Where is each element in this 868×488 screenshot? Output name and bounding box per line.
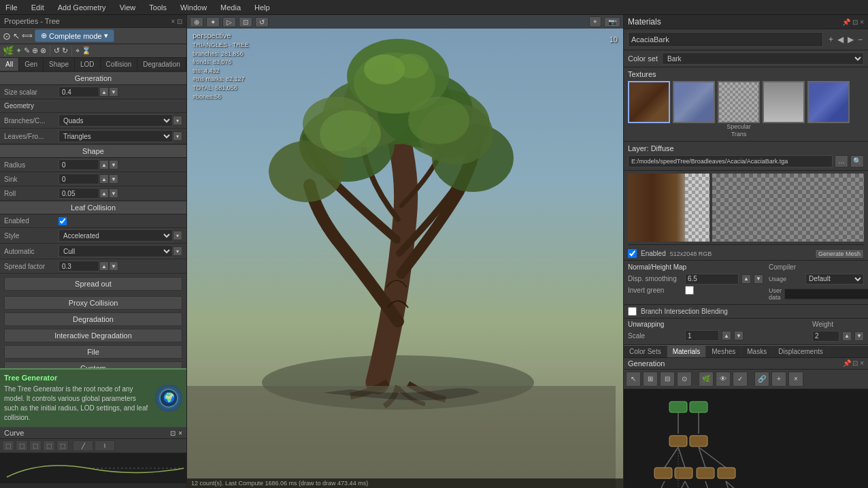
size-scalar-input[interactable] bbox=[59, 86, 99, 97]
spread-out-button[interactable]: Spread out bbox=[4, 277, 182, 291]
texture-thumb-2[interactable] bbox=[673, 81, 715, 123]
curve-draw-btn-2[interactable]: ⌇ bbox=[95, 440, 115, 451]
viewport-btn-3[interactable]: ▷ bbox=[222, 17, 236, 27]
file-path-input[interactable] bbox=[628, 155, 833, 167]
weight-down[interactable]: ▼ bbox=[854, 331, 864, 341]
gen-btn-2[interactable]: ⊞ bbox=[643, 372, 658, 387]
tab-lod[interactable]: LOD bbox=[75, 58, 101, 71]
user-data-input[interactable] bbox=[784, 289, 868, 299]
tab-all[interactable]: All bbox=[0, 58, 19, 71]
gen-btn-cursor[interactable]: ↖ bbox=[626, 372, 641, 387]
disp-smoothing-input[interactable] bbox=[685, 274, 739, 284]
gen-btn-link[interactable]: 🔗 bbox=[754, 372, 769, 387]
radius-up[interactable]: ▲ bbox=[99, 160, 109, 169]
color-set-select[interactable]: Bark Leaf bbox=[662, 52, 864, 65]
roll-input[interactable] bbox=[59, 188, 99, 199]
branches-c-select[interactable]: Quads Triangles bbox=[59, 114, 173, 127]
gen-btn-3[interactable]: ⊟ bbox=[660, 372, 675, 387]
roll-down[interactable]: ▼ bbox=[109, 189, 118, 198]
leaf-collision-header[interactable]: Leaf Collision bbox=[0, 201, 186, 214]
degradation-button[interactable]: Degradation bbox=[4, 312, 182, 326]
materials-close-icon[interactable]: × bbox=[860, 18, 864, 26]
tab-shape[interactable]: Shape bbox=[44, 58, 75, 71]
tab-meshes[interactable]: Meshes bbox=[706, 346, 741, 357]
tab-degradation[interactable]: Degradation bbox=[137, 58, 186, 71]
viewport-btn-6[interactable]: ⌖ bbox=[589, 16, 601, 27]
leaves-fro-expand[interactable]: ▾ bbox=[173, 131, 182, 141]
viewport-btn-2[interactable]: ✦ bbox=[206, 17, 220, 27]
file-browse-btn[interactable]: … bbox=[835, 155, 848, 167]
material-prev-btn[interactable]: ◀ bbox=[836, 33, 845, 46]
spread-factor-down[interactable]: ▼ bbox=[109, 261, 118, 271]
invert-green-checkbox[interactable] bbox=[685, 286, 694, 295]
tab-masks[interactable]: Masks bbox=[741, 346, 773, 357]
menu-item-tools[interactable]: Tools bbox=[146, 2, 169, 13]
enabled-checkbox-materials[interactable] bbox=[628, 249, 637, 258]
sink-up[interactable]: ▲ bbox=[99, 174, 109, 184]
style-select[interactable]: Accelerated Normal bbox=[59, 229, 173, 242]
materials-pin-icon[interactable]: 📌 bbox=[842, 18, 850, 26]
menu-item-media[interactable]: Media bbox=[218, 2, 244, 13]
scale-up[interactable]: ▲ bbox=[722, 331, 731, 340]
usage-select[interactable]: Default bbox=[805, 274, 864, 284]
menu-item-edit[interactable]: Edit bbox=[29, 2, 47, 13]
automatic-expand[interactable]: ▾ bbox=[173, 246, 182, 256]
texture-thumb-3[interactable] bbox=[718, 81, 760, 123]
curve-btn-4[interactable]: ⬚ bbox=[43, 440, 55, 451]
automatic-select[interactable]: Cull None bbox=[59, 245, 173, 257]
curve-btn-1[interactable]: ⬚ bbox=[2, 440, 14, 451]
material-add-btn[interactable]: + bbox=[827, 33, 835, 46]
leaves-fro-select[interactable]: Triangles Quads bbox=[59, 130, 173, 142]
scale-down[interactable]: ▼ bbox=[734, 331, 744, 340]
enabled-checkbox[interactable] bbox=[59, 217, 67, 225]
file-button[interactable]: File bbox=[4, 345, 182, 359]
style-expand[interactable]: ▾ bbox=[173, 231, 182, 240]
proxy-collision-button[interactable]: Proxy Collision bbox=[4, 296, 182, 310]
branch-checkbox[interactable] bbox=[628, 307, 637, 316]
curve-btn-2[interactable]: ⬚ bbox=[16, 440, 28, 451]
gen-btn-sphere[interactable]: ⊙ bbox=[677, 372, 692, 387]
interactive-degradation-button[interactable]: Interactive Degradation bbox=[4, 329, 182, 342]
shape-section-header[interactable]: Shape bbox=[0, 144, 186, 158]
curve-expand-icon[interactable]: ⊡ bbox=[170, 429, 176, 437]
materials-expand-icon[interactable]: ⊡ bbox=[852, 18, 858, 26]
menu-item-window[interactable]: Window bbox=[178, 2, 210, 13]
material-name-input[interactable] bbox=[628, 32, 823, 47]
size-scalar-up[interactable]: ▲ bbox=[99, 87, 109, 97]
viewport-btn-1[interactable]: ⊕ bbox=[190, 17, 203, 27]
menu-item-help[interactable]: Help bbox=[252, 2, 273, 13]
menu-item-add-geometry[interactable]: Add Geometry bbox=[55, 2, 109, 13]
tab-gen[interactable]: Gen bbox=[19, 58, 44, 71]
texture-thumb-5[interactable] bbox=[807, 81, 850, 123]
gen-btn-eye[interactable]: 👁 bbox=[716, 372, 731, 387]
gen-btn-check[interactable]: ✓ bbox=[733, 372, 748, 387]
branches-c-expand[interactable]: ▾ bbox=[173, 116, 182, 125]
complete-mode-button[interactable]: ⊕ Complete mode ▾ bbox=[35, 29, 114, 42]
generation-section-header[interactable]: Generation bbox=[0, 71, 186, 85]
scale-input[interactable] bbox=[685, 330, 719, 341]
viewport-btn-7[interactable]: 📷 bbox=[604, 17, 620, 27]
curve-close-icon[interactable]: × bbox=[178, 429, 182, 437]
spread-factor-input[interactable] bbox=[59, 261, 99, 272]
disp-up[interactable]: ▲ bbox=[741, 274, 751, 284]
sink-down[interactable]: ▼ bbox=[109, 174, 118, 184]
material-next-btn[interactable]: ▶ bbox=[846, 33, 855, 46]
radius-down[interactable]: ▼ bbox=[109, 160, 118, 169]
weight-up[interactable]: ▲ bbox=[842, 331, 852, 341]
menu-item-view[interactable]: View bbox=[117, 2, 139, 13]
viewport-btn-5[interactable]: ↺ bbox=[255, 17, 269, 27]
file-search-btn[interactable]: 🔍 bbox=[850, 155, 864, 167]
spread-factor-up[interactable]: ▲ bbox=[99, 261, 109, 271]
tab-materials-bottom[interactable]: Materials bbox=[667, 346, 707, 357]
gen-btn-delete[interactable]: × bbox=[788, 372, 803, 387]
texture-thumb-4[interactable] bbox=[763, 81, 805, 123]
curve-draw-btn[interactable]: ╱ bbox=[73, 440, 93, 451]
tab-color-sets[interactable]: Color Sets bbox=[624, 346, 667, 357]
menu-item-file[interactable]: File bbox=[3, 2, 20, 13]
material-delete-btn[interactable]: − bbox=[856, 33, 864, 46]
disp-down[interactable]: ▼ bbox=[754, 274, 763, 284]
curve-btn-5[interactable]: ⬚ bbox=[56, 440, 69, 451]
tab-displacements[interactable]: Displacements bbox=[773, 346, 829, 357]
viewport-btn-4[interactable]: ⊡ bbox=[239, 17, 252, 27]
texture-thumb-1[interactable] bbox=[628, 81, 670, 123]
